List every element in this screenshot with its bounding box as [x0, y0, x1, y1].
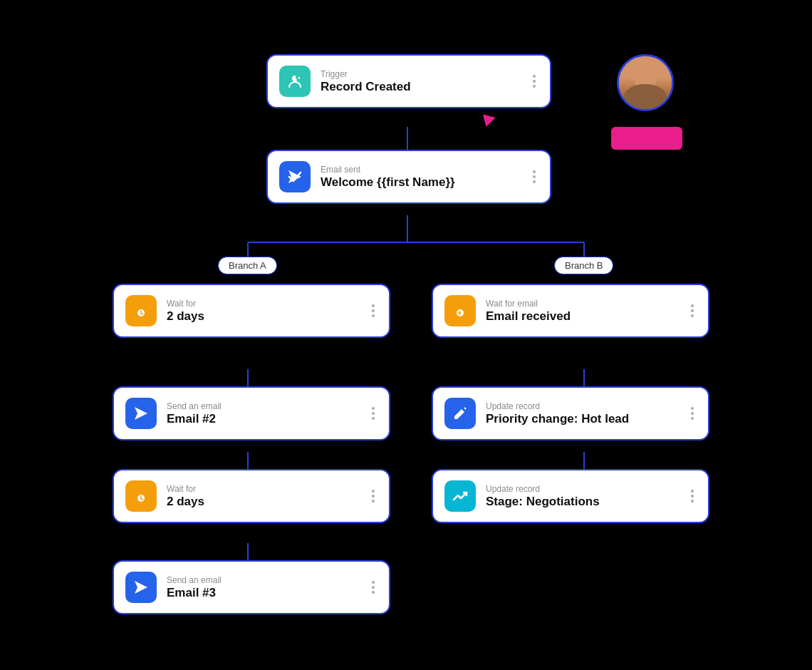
- wait1b-menu[interactable]: [688, 302, 697, 320]
- send-email3-title: Email #3: [167, 586, 359, 600]
- svg-text:+: +: [298, 75, 301, 81]
- update1b-menu[interactable]: [688, 404, 697, 423]
- svg-marker-16: [135, 407, 147, 420]
- send-email2-icon: [125, 398, 157, 429]
- avatar-badge: [611, 127, 682, 150]
- wait1b-title: Email received: [486, 309, 678, 324]
- email-sent-card: Email sent Welcome {{first Name}}: [266, 150, 551, 204]
- cursor-pointer: [483, 111, 497, 127]
- send-email3-label: Send an email: [167, 575, 359, 585]
- trigger-icon: +: [279, 66, 311, 97]
- update1b-title: Priority change: Hot lead: [486, 412, 678, 426]
- send-email3-menu[interactable]: [369, 578, 378, 597]
- trigger-label: Trigger: [321, 69, 520, 79]
- update1b-card: Update record Priority change: Hot lead: [432, 386, 709, 440]
- update2b-text: Update record Stage: Negotiations: [486, 484, 678, 509]
- update1b-icon: [444, 398, 476, 429]
- update2b-label: Update record: [486, 484, 678, 494]
- wait1a-title: 2 days: [167, 309, 359, 324]
- wait2a-title: 2 days: [167, 495, 359, 509]
- send-email3-text: Send an email Email #3: [167, 575, 359, 600]
- send-email2-card: Send an email Email #2: [113, 386, 390, 440]
- trigger-text: Trigger Record Created: [321, 69, 520, 94]
- trigger-menu[interactable]: [530, 72, 538, 91]
- update2b-icon: [444, 480, 476, 512]
- send-email2-title: Email #2: [167, 412, 359, 426]
- branch-b-label: Branch B: [554, 257, 613, 274]
- trigger-title: Record Created: [321, 80, 520, 94]
- update1b-text: Update record Priority change: Hot lead: [486, 401, 678, 426]
- wait2a-icon: [125, 480, 157, 512]
- wait2a-menu[interactable]: [369, 487, 378, 505]
- send-email2-text: Send an email Email #2: [167, 401, 359, 426]
- send-email3-icon: [125, 572, 157, 603]
- send-email3-card: Send an email Email #3: [113, 560, 390, 614]
- wait1a-menu[interactable]: [369, 302, 378, 320]
- update1b-label: Update record: [486, 401, 678, 411]
- email-sent-icon: [279, 161, 311, 192]
- wait1a-text: Wait for 2 days: [167, 299, 359, 324]
- email-sent-title: Welcome {{first Name}}: [321, 175, 520, 190]
- send-email2-label: Send an email: [167, 401, 359, 411]
- avatar: [617, 54, 674, 111]
- update2b-title: Stage: Negotiations: [486, 495, 678, 509]
- wait1a-card: Wait for 2 days: [113, 284, 390, 338]
- wait2a-card: Wait for 2 days: [113, 469, 390, 523]
- update2b-menu[interactable]: [688, 487, 697, 505]
- wait2a-text: Wait for 2 days: [167, 484, 359, 509]
- wait1b-label: Wait for email: [486, 299, 678, 309]
- wait1b-text: Wait for email Email received: [486, 299, 678, 324]
- email-sent-text: Email sent Welcome {{first Name}}: [321, 165, 520, 190]
- send-email2-menu[interactable]: [369, 404, 378, 423]
- update2b-card: Update record Stage: Negotiations: [432, 469, 709, 523]
- trigger-card: + Trigger Record Created: [266, 54, 551, 108]
- wait1b-card: Wait for email Email received: [432, 284, 709, 338]
- wait1b-icon: [444, 295, 476, 326]
- svg-marker-18: [135, 581, 147, 594]
- email-sent-menu[interactable]: [530, 168, 538, 186]
- wait1a-label: Wait for: [167, 299, 359, 309]
- branch-a-label: Branch A: [218, 257, 277, 274]
- wait1a-icon: [125, 295, 157, 326]
- email-sent-label: Email sent: [321, 165, 520, 175]
- wait2a-label: Wait for: [167, 484, 359, 494]
